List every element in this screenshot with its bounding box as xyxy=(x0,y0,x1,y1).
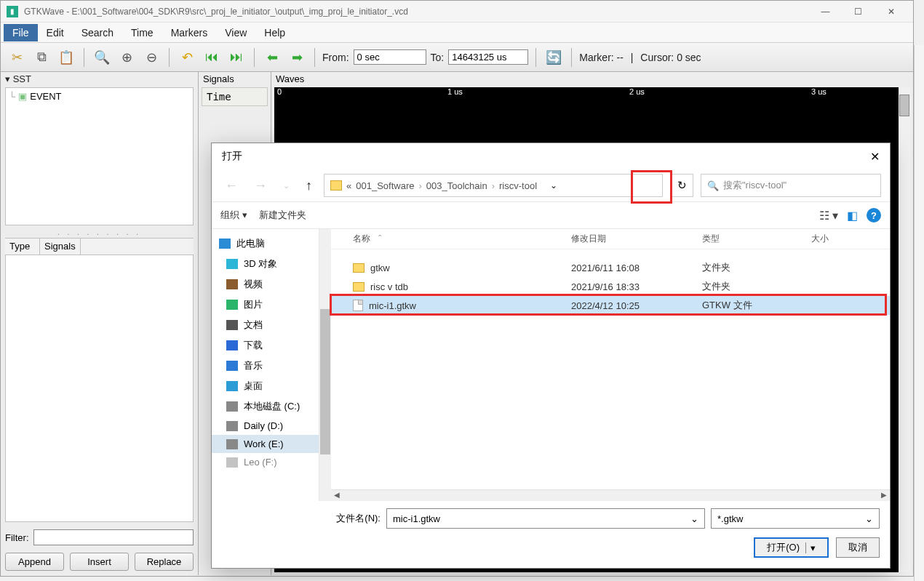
sidebar-item-this-pc[interactable]: 此电脑 xyxy=(212,233,319,254)
crumb-3[interactable]: riscv-tool xyxy=(499,180,537,191)
dialog-close-icon[interactable]: ✕ xyxy=(870,150,880,164)
col-header-type[interactable]: 类型 xyxy=(702,233,811,245)
type-signals-list[interactable] xyxy=(5,255,194,522)
dialog-titlebar: 打开 ✕ xyxy=(212,143,890,169)
nav-dropdown-icon[interactable]: ⌄ xyxy=(279,181,294,191)
nav-back-icon[interactable]: ← xyxy=(220,178,242,193)
cut-icon[interactable]: ✂ xyxy=(7,47,27,68)
last-icon[interactable]: ⏭ xyxy=(226,47,247,68)
toolbar: ✂ ⧉ 📋 🔍 ⊕ ⊖ ↶ ⏮ ⏭ ⬅ ➡ From: To: 🔄 Marker… xyxy=(1,43,913,72)
organize-menu[interactable]: 组织 ▾ xyxy=(220,209,247,222)
sidebar-item-disk-f[interactable]: Leo (F:) xyxy=(212,453,319,471)
sst-title-caret[interactable]: ▾ xyxy=(5,73,13,84)
undo-icon[interactable]: ↶ xyxy=(177,47,197,68)
file-row-gtkw[interactable]: mic-i1.gtkw 2022/4/12 10:25 GTKW 文件 xyxy=(331,296,890,315)
menu-help[interactable]: Help xyxy=(255,24,294,41)
menu-search[interactable]: Search xyxy=(73,24,122,41)
menu-edit[interactable]: Edit xyxy=(38,24,73,41)
titlebar: ▮ GTKWave - E:\001_Software\004_SDK\R9\s… xyxy=(1,1,913,23)
sst-node-event[interactable]: └ ▣ EVENT xyxy=(9,91,190,102)
close-button[interactable]: ✕ xyxy=(875,1,907,23)
waves-scrollbar-vertical[interactable] xyxy=(899,87,910,572)
prev-icon[interactable]: ⬅ xyxy=(262,47,282,68)
col-type[interactable]: Type xyxy=(5,239,40,255)
refresh-button[interactable]: ↻ xyxy=(670,174,693,197)
wave-ruler: 0 1 us 2 us 3 us xyxy=(274,87,910,100)
filter-input[interactable] xyxy=(33,529,194,545)
paste-icon[interactable]: 📋 xyxy=(56,47,76,68)
menu-view[interactable]: View xyxy=(216,24,255,41)
sidebar-item-music[interactable]: 音乐 xyxy=(212,356,319,376)
tree-branch-icon: └ xyxy=(9,91,15,102)
file-row-folder[interactable]: gtkw 2021/6/11 16:08 文件夹 xyxy=(331,258,890,277)
sidebar-item-pictures[interactable]: 图片 xyxy=(212,294,319,315)
from-input[interactable] xyxy=(354,49,426,65)
view-list-icon[interactable]: ☷ ▾ xyxy=(819,209,838,223)
col-header-size[interactable]: 大小 xyxy=(811,233,890,245)
chevron-down-icon[interactable]: ⌄ xyxy=(865,513,873,524)
crumb-dropdown-icon[interactable]: ⌄ xyxy=(546,180,562,191)
help-icon[interactable]: ? xyxy=(867,208,881,223)
cancel-button[interactable]: 取消 xyxy=(836,537,880,558)
sort-asc-icon: ˆ xyxy=(378,234,381,244)
disk-icon xyxy=(226,401,238,412)
replace-button[interactable]: Replace xyxy=(135,553,194,571)
col-signals[interactable]: Signals xyxy=(40,239,81,255)
sidebar-scrollbar[interactable] xyxy=(319,229,331,501)
panel-resize-handle[interactable]: . . . . . . . . . xyxy=(1,227,198,238)
breadcrumb[interactable]: « 001_Software › 003_Toolchain › riscv-t… xyxy=(324,174,663,197)
maximize-button[interactable]: ☐ xyxy=(842,1,875,23)
insert-button[interactable]: Insert xyxy=(70,553,129,571)
menu-markers[interactable]: Markers xyxy=(162,24,217,41)
to-label: To: xyxy=(431,52,445,63)
sst-title: SST xyxy=(13,73,31,84)
copy-icon[interactable]: ⧉ xyxy=(31,47,52,68)
file-row-folder[interactable]: risc v tdb 2021/9/16 18:33 文件夹 xyxy=(331,277,890,296)
sst-tree[interactable]: └ ▣ EVENT xyxy=(5,87,194,225)
filename-input[interactable]: mic-i1.gtkw ⌄ xyxy=(386,508,705,529)
file-list[interactable]: gtkw 2021/6/11 16:08 文件夹 risc v tdb 2021… xyxy=(331,249,890,489)
crumb-2[interactable]: 003_Toolchain xyxy=(426,180,487,191)
chevron-down-icon[interactable]: ⌄ xyxy=(690,513,698,524)
signals-time: Time xyxy=(202,87,268,106)
cube-icon xyxy=(226,259,238,269)
crumb-1[interactable]: 001_Software xyxy=(356,180,414,191)
sidebar-item-downloads[interactable]: 下载 xyxy=(212,335,319,356)
minimize-button[interactable]: — xyxy=(809,1,842,23)
zoom-fit-icon[interactable]: 🔍 xyxy=(92,47,112,68)
zoom-in-icon[interactable]: ⊕ xyxy=(116,47,137,68)
nav-up-icon[interactable]: ↑ xyxy=(301,178,316,193)
menu-time[interactable]: Time xyxy=(122,24,162,41)
filename-label: 文件名(N): xyxy=(222,512,381,525)
search-input[interactable]: 🔍 搜索"riscv-tool" xyxy=(701,174,881,197)
open-button[interactable]: 打开(O)▾ xyxy=(754,537,829,558)
next-icon[interactable]: ➡ xyxy=(287,47,307,68)
right-edge-strip xyxy=(914,45,924,581)
first-icon[interactable]: ⏮ xyxy=(202,47,222,68)
append-button[interactable]: Append xyxy=(5,553,64,571)
col-header-date[interactable]: 修改日期 xyxy=(571,233,702,245)
to-input[interactable] xyxy=(448,49,528,65)
sidebar-item-disk-c[interactable]: 本地磁盘 (C:) xyxy=(212,396,319,417)
title-path: E:\001_Software\004_SDK\R9\src\_proj_le_… xyxy=(72,7,408,17)
reload-icon[interactable]: 🔄 xyxy=(543,47,564,68)
chevron-right-icon: › xyxy=(492,180,495,191)
preview-pane-icon[interactable]: ◧ xyxy=(847,209,858,223)
search-icon: 🔍 xyxy=(707,180,719,191)
marker-status: Marker: -- xyxy=(579,52,624,63)
sidebar-item-disk-d[interactable]: Daily (D:) xyxy=(212,417,319,435)
sidebar-item-3d-objects[interactable]: 3D 对象 xyxy=(212,254,319,274)
zoom-out-icon[interactable]: ⊖ xyxy=(141,47,162,68)
sidebar-item-disk-e[interactable]: Work (E:) xyxy=(212,435,319,453)
menu-file[interactable]: File xyxy=(4,24,38,41)
wave-tick-0: 0 xyxy=(277,87,282,96)
sidebar-item-videos[interactable]: 视频 xyxy=(212,274,319,294)
sidebar-item-desktop[interactable]: 桌面 xyxy=(212,376,319,396)
col-header-name[interactable]: 名称 ˆ xyxy=(331,233,571,245)
new-folder-button[interactable]: 新建文件夹 xyxy=(259,209,306,222)
sidebar-item-documents[interactable]: 文档 xyxy=(212,315,319,335)
module-icon: ▣ xyxy=(18,91,27,102)
nav-forward-icon[interactable]: → xyxy=(250,178,271,193)
filetype-filter[interactable]: *.gtkw ⌄ xyxy=(711,508,880,529)
file-list-scrollbar-h[interactable] xyxy=(331,489,890,501)
